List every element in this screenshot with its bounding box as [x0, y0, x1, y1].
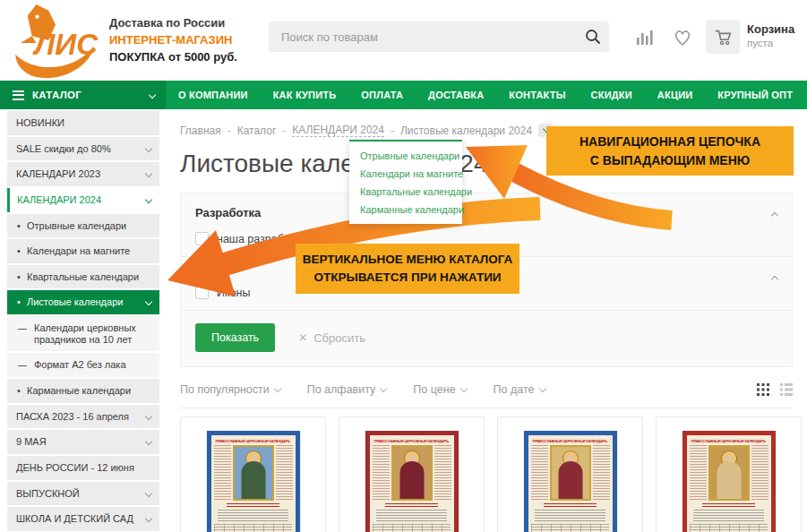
x-icon: ✕ — [298, 331, 307, 344]
chevron-down-icon — [145, 196, 152, 203]
checkbox-label: наша разработка — [217, 233, 306, 245]
chevron-down-icon — [380, 384, 387, 391]
chevron-down-icon — [145, 515, 152, 522]
annotation-callout-breadcrumb: НАВИГАЦИОННАЯ ЦЕПОЧКА С ВЫПАДАЮЩИМ МЕНЮ — [546, 126, 794, 176]
product-card[interactable]: ПРАВОСЛАВНЫЙ ЦЕРКОВНЫЙ КАЛЕНДАРЬ — [497, 416, 643, 532]
sidebar-item-russia-day[interactable]: ДЕНЬ РОССИИ - 12 июня — [7, 456, 159, 480]
cart-label: Корзина — [747, 22, 794, 36]
chevron-down-icon — [145, 298, 152, 305]
header-tagline: Доставка по России ИНТЕРНЕТ-МАГАЗИН ПОКУ… — [109, 15, 237, 66]
tagline-shop: ИНТЕРНЕТ-МАГАЗИН — [109, 32, 237, 49]
sidebar-item-quarterly-calendars[interactable]: Квартальные календари — [7, 265, 159, 289]
bar-chart-icon — [634, 27, 656, 48]
chevron-up-icon — [771, 276, 778, 283]
saint-icon — [391, 445, 433, 501]
chevron-down-icon — [273, 384, 280, 391]
sort-by-alphabet[interactable]: По алфавиту — [307, 383, 387, 396]
product-grid: ПРАВОСЛАВНЫЙ ЦЕРКОВНЫЙ КАЛЕНДАРЬ ПРАВОСЛ… — [180, 416, 793, 532]
saint-icon — [708, 445, 750, 501]
reset-label: Сбросить — [313, 331, 365, 345]
show-button[interactable]: Показать — [195, 323, 275, 352]
search-input[interactable] — [269, 21, 609, 52]
sidebar-item-9-may[interactable]: 9 МАЯ — [7, 430, 159, 454]
nav-item-wholesale[interactable]: КРУПНЫЙ ОПТ — [705, 90, 805, 100]
fox-logo[interactable]: ЛИС — [9, 4, 103, 79]
sort-by-price[interactable]: По цене — [413, 383, 466, 396]
catalog-menu-button[interactable]: КАТАЛОГ — [0, 81, 166, 109]
site-header: ЛИС Доставка по России ИНТЕРНЕТ-МАГАЗИН … — [0, 0, 807, 81]
compare-button[interactable] — [634, 27, 656, 48]
sidebar-item-calendars-2023[interactable]: КАЛЕНДАРИ 2023 — [7, 162, 159, 186]
poster-title: ПРАВОСЛАВНЫЙ ЦЕРКОВНЫЙ КАЛЕНДАРЬ — [374, 439, 450, 443]
collapse-button[interactable] — [772, 270, 777, 286]
orthodox-calendar-image: ПРАВОСЛАВНЫЙ ЦЕРКОВНЫЙ КАЛЕНДАРЬ — [683, 431, 776, 532]
sidebar-item-easter[interactable]: ПАСХА 2023 - 16 апреля — [7, 405, 159, 429]
nav-item-how-to-buy[interactable]: КАК КУПИТЬ — [261, 90, 349, 100]
nav-item-about[interactable]: О КОМПАНИИ — [166, 90, 261, 100]
logo-text: ЛИС — [33, 28, 99, 61]
catalog-sidebar: НОВИНКИ SALE скидки до 80% КАЛЕНДАРИ 202… — [0, 109, 166, 532]
sidebar-item-graduation[interactable]: ВЫПУСКНОЙ — [7, 482, 159, 506]
dropdown-item-quarterly[interactable]: Квартальные календари — [349, 183, 462, 201]
chevron-down-icon — [145, 438, 152, 445]
checkbox-label: Иконы — [217, 287, 250, 299]
product-card[interactable]: ПРАВОСЛАВНЫЙ ЦЕРКОВНЫЙ КАЛЕНДАРЬ — [339, 416, 485, 532]
sidebar-item-a2-no-varnish[interactable]: Формат А2 без лака — [7, 353, 159, 377]
poster-title: ПРАВОСЛАВНЫЙ ЦЕРКОВНЫЙ КАЛЕНДАРЬ — [533, 439, 608, 443]
dropdown-item-tear-off[interactable]: Отрывные календари — [349, 147, 462, 165]
tagline-minimum: ПОКУПКА от 5000 руб. — [109, 49, 237, 66]
breadcrumb-home[interactable]: Главная — [180, 124, 221, 137]
checkbox[interactable] — [195, 232, 209, 245]
tagline-delivery: Доставка по России — [109, 15, 237, 32]
sidebar-item-sheet-calendars-selected[interactable]: Листовые календари — [7, 290, 159, 314]
sort-by-date[interactable]: По дате — [494, 383, 545, 396]
nav-item-promos[interactable]: АКЦИИ — [645, 90, 706, 100]
nav-item-payment[interactable]: ОПЛАТА — [348, 90, 416, 100]
saint-icon — [550, 445, 591, 501]
sidebar-item-magnet-calendars[interactable]: Календари на магните — [7, 239, 159, 263]
chevron-down-icon — [145, 170, 152, 177]
search-icon — [584, 28, 602, 46]
product-card[interactable]: ПРАВОСЛАВНЫЙ ЦЕРКОВНЫЙ КАЛЕНДАРЬ — [180, 416, 326, 532]
nav-item-contacts[interactable]: КОНТАКТЫ — [496, 90, 578, 100]
orthodox-calendar-image: ПРАВОСЛАВНЫЙ ЦЕРКОВНЫЙ КАЛЕНДАРЬ — [207, 431, 300, 532]
collapse-button[interactable] — [772, 206, 777, 222]
checkbox[interactable] — [195, 286, 209, 299]
search-button[interactable] — [584, 28, 602, 46]
nav-item-discounts[interactable]: СКИДКИ — [579, 90, 645, 100]
dropdown-item-magnet[interactable]: Календари на магните — [349, 165, 462, 183]
product-card[interactable]: ПРАВОСЛАВНЫЙ ЦЕРКОВНЫЙ КАЛЕНДАРЬ — [656, 416, 802, 532]
sidebar-item-pocket-calendars[interactable]: Карманные календари — [7, 379, 159, 403]
page: ЛИС Доставка по России ИНТЕРНЕТ-МАГАЗИН … — [0, 0, 807, 532]
breadcrumb-current[interactable]: Листовые календари 2024 — [400, 124, 532, 137]
dropdown-item-pocket[interactable]: Карманные календари — [349, 201, 462, 219]
nav-item-delivery[interactable]: ДОСТАВКА — [416, 90, 496, 100]
chevron-down-icon — [459, 384, 467, 391]
sidebar-item-new[interactable]: НОВИНКИ — [7, 111, 159, 135]
grid-view-icon[interactable] — [757, 383, 769, 396]
filter-buttons: Показать ✕ Сбросить — [181, 311, 792, 366]
main-nav: КАТАЛОГ О КОМПАНИИ КАК КУПИТЬ ОПЛАТА ДОС… — [0, 81, 807, 109]
poster-title: ПРАВОСЛАВНЫЙ ЦЕРКОВНЫЙ КАЛЕНДАРЬ — [691, 439, 767, 443]
sidebar-item-sale[interactable]: SALE скидки до 80% — [7, 137, 159, 161]
chevron-down-icon — [149, 91, 156, 99]
sidebar-item-tear-off-calendars[interactable]: Отрывные календари — [7, 214, 159, 238]
sidebar-item-school-kindergarten[interactable]: ШКОЛА И ДЕТСКИЙ САД — [7, 507, 159, 531]
saint-icon — [233, 445, 274, 501]
breadcrumb-catalog[interactable]: Каталог — [237, 124, 277, 137]
annotation-callout-vertical-menu: ВЕРТИКАЛЬНОЕ МЕНЮ КАТАЛОГА ОТКРЫВАЕТСЯ П… — [296, 244, 519, 294]
nav-items: О КОМПАНИИ КАК КУПИТЬ ОПЛАТА ДОСТАВКА КО… — [166, 81, 805, 109]
chevron-up-icon — [771, 212, 778, 219]
cart-status-block[interactable]: Корзина пуста — [747, 22, 794, 48]
breadcrumb-calendars-2024[interactable]: КАЛЕНДАРИ 2024 — [292, 124, 384, 137]
sidebar-item-church-holidays-10-years[interactable]: Календари церковных праздников на 10 лет — [7, 316, 159, 351]
favorites-button[interactable] — [672, 27, 693, 48]
chevron-down-icon — [145, 489, 152, 496]
heart-icon — [672, 27, 693, 48]
view-switcher — [757, 383, 793, 396]
cart-button[interactable] — [706, 20, 740, 54]
sort-by-popularity[interactable]: По популярности — [180, 383, 280, 396]
reset-button[interactable]: ✕ Сбросить — [298, 331, 365, 345]
sidebar-item-calendars-2024-active[interactable]: КАЛЕНДАРИ 2024 — [7, 188, 159, 212]
list-view-icon[interactable] — [780, 383, 793, 396]
